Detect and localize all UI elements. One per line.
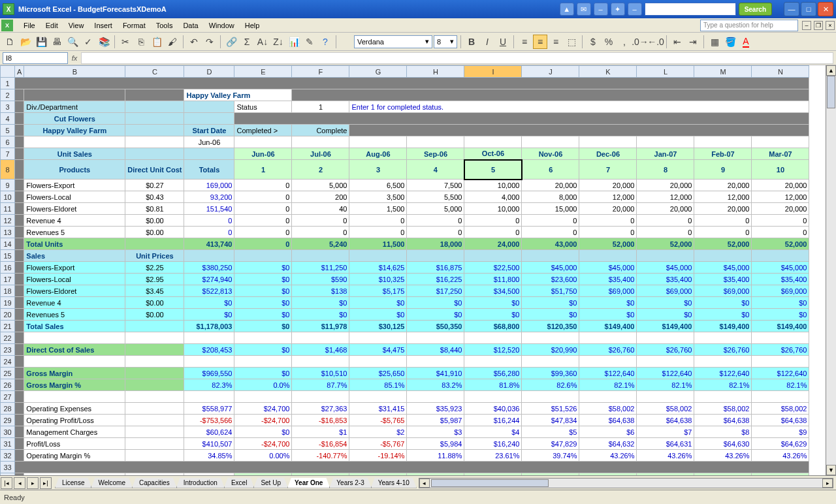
- cell[interactable]: $122,640: [637, 368, 694, 379]
- cell[interactable]: [184, 356, 234, 368]
- cell[interactable]: $4: [464, 426, 522, 438]
- cell[interactable]: $0: [464, 297, 522, 309]
- cell[interactable]: [125, 321, 184, 332]
- row-header[interactable]: 15: [1, 250, 15, 262]
- borders-icon[interactable]: ▦: [707, 35, 722, 49]
- copy-icon[interactable]: ⎘: [134, 35, 148, 49]
- cell[interactable]: 0: [292, 227, 349, 238]
- cell[interactable]: [15, 462, 809, 473]
- cell[interactable]: $522,813: [184, 285, 234, 297]
- cell[interactable]: [234, 391, 292, 403]
- cell[interactable]: [125, 356, 184, 368]
- cell[interactable]: 52,000: [637, 238, 694, 250]
- cell[interactable]: [15, 78, 809, 89]
- cell[interactable]: $64,638: [637, 415, 694, 426]
- cell[interactable]: 0: [752, 227, 809, 238]
- cell[interactable]: [15, 321, 24, 332]
- cell[interactable]: [15, 473, 24, 476]
- cell[interactable]: [234, 136, 292, 148]
- cell[interactable]: $0.00: [125, 227, 184, 238]
- cell[interactable]: 52,000: [752, 238, 809, 250]
- close-button[interactable]: ✕: [818, 2, 833, 16]
- cell[interactable]: Revenue 4: [24, 215, 125, 227]
- row-header[interactable]: 33: [1, 462, 15, 473]
- cell[interactable]: [349, 356, 407, 368]
- cell[interactable]: [407, 250, 464, 262]
- cell[interactable]: $10,325: [349, 274, 407, 285]
- cell[interactable]: $0: [522, 297, 579, 309]
- cell[interactable]: $0: [579, 309, 637, 321]
- cell[interactable]: [15, 297, 24, 309]
- row-header[interactable]: 3: [1, 101, 15, 113]
- row-header[interactable]: 7: [1, 148, 15, 160]
- sheet-tab[interactable]: Capacities: [132, 478, 177, 488]
- cell[interactable]: Div./Department: [24, 101, 125, 113]
- cell[interactable]: [125, 379, 184, 391]
- cell[interactable]: $16,244: [464, 415, 522, 426]
- cell[interactable]: 0: [407, 215, 464, 227]
- cell[interactable]: [184, 332, 234, 344]
- cell[interactable]: Flowers-Local: [24, 274, 125, 285]
- cell[interactable]: 4,000: [464, 191, 522, 203]
- cell[interactable]: Jun-06: [234, 473, 292, 476]
- cell[interactable]: 0: [637, 227, 694, 238]
- cell[interactable]: Revenue 4: [24, 297, 125, 309]
- cell[interactable]: Happy Valley Farm: [184, 89, 292, 101]
- cell[interactable]: [349, 125, 809, 136]
- cell[interactable]: $64,638: [579, 415, 637, 426]
- cell[interactable]: 10: [752, 160, 809, 180]
- cell[interactable]: $380,250: [184, 262, 234, 274]
- cell[interactable]: [24, 136, 125, 148]
- row-header[interactable]: 17: [1, 274, 15, 285]
- cell[interactable]: $69,000: [694, 285, 752, 297]
- cell[interactable]: [407, 391, 464, 403]
- cell[interactable]: [637, 391, 694, 403]
- minimize-button[interactable]: —: [784, 2, 799, 16]
- cell[interactable]: 82.1%: [579, 379, 637, 391]
- cell[interactable]: 20,000: [752, 180, 809, 191]
- cell[interactable]: [125, 344, 184, 356]
- cell[interactable]: 0: [234, 203, 292, 215]
- cell[interactable]: $0.00: [125, 297, 184, 309]
- cell[interactable]: [15, 125, 24, 136]
- cell[interactable]: [15, 368, 24, 379]
- cell[interactable]: $17,250: [407, 285, 464, 297]
- tab-nav-last-icon[interactable]: ▸|: [40, 477, 52, 489]
- cell[interactable]: [15, 262, 24, 274]
- cell[interactable]: [15, 415, 24, 426]
- currency-icon[interactable]: $: [586, 35, 600, 49]
- col-header[interactable]: A: [15, 66, 24, 78]
- cell[interactable]: [15, 180, 24, 191]
- cell[interactable]: Dec-06: [579, 148, 637, 160]
- cell[interactable]: 7,500: [407, 180, 464, 191]
- cell[interactable]: [407, 332, 464, 344]
- cell[interactable]: $558,977: [184, 403, 234, 415]
- cell[interactable]: $0: [579, 297, 637, 309]
- cell[interactable]: 10,000: [464, 180, 522, 191]
- cell[interactable]: Gross Margin %: [24, 379, 125, 391]
- cell[interactable]: $30,125: [349, 321, 407, 332]
- cell[interactable]: [15, 450, 24, 462]
- cell[interactable]: [125, 368, 184, 379]
- cell[interactable]: 87.7%: [292, 379, 349, 391]
- cell[interactable]: Feb-07: [694, 473, 752, 476]
- cell[interactable]: [125, 473, 184, 476]
- cell[interactable]: Cut Flowers: [24, 113, 125, 125]
- cell[interactable]: $0: [234, 368, 292, 379]
- cell[interactable]: 40: [292, 203, 349, 215]
- cell[interactable]: [292, 250, 349, 262]
- row-header[interactable]: 1: [1, 78, 15, 89]
- cell[interactable]: Mar-07: [752, 148, 809, 160]
- cell[interactable]: 5,000: [407, 203, 464, 215]
- row-header[interactable]: 19: [1, 297, 15, 309]
- cell[interactable]: $0: [234, 262, 292, 274]
- cell[interactable]: [125, 450, 184, 462]
- cell[interactable]: 0: [234, 227, 292, 238]
- cell[interactable]: $45,000: [694, 262, 752, 274]
- cell[interactable]: Unit Prices: [125, 250, 184, 262]
- bold-icon[interactable]: B: [464, 35, 479, 49]
- cell[interactable]: [15, 356, 24, 368]
- cell[interactable]: 0: [234, 180, 292, 191]
- cell[interactable]: [184, 391, 234, 403]
- cell[interactable]: $0: [184, 309, 234, 321]
